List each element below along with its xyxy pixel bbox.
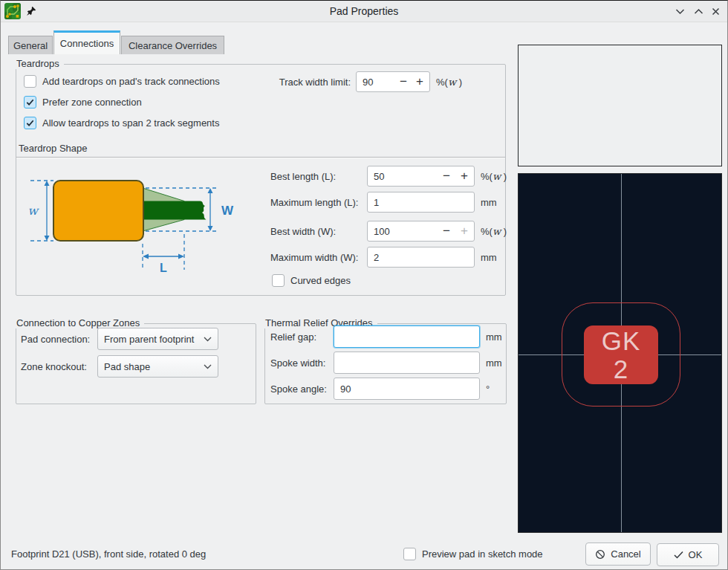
spoke-angle-value: 90 bbox=[340, 378, 351, 399]
tab-general-label: General bbox=[13, 40, 48, 51]
sketch-mode-label: Preview pad in sketch mode bbox=[422, 548, 543, 560]
best-length-unit: %(w ) bbox=[481, 171, 507, 182]
spoke-angle-label: Spoke angle: bbox=[270, 383, 327, 395]
zone-knockout-dropdown[interactable]: Pad shape bbox=[97, 355, 218, 378]
tab-clearance-overrides-label: Clearance Overrides bbox=[129, 40, 217, 51]
add-teardrops-label: Add teardrops on pad's track connections bbox=[42, 76, 220, 87]
shade-window-icon[interactable] bbox=[675, 9, 685, 15]
track-width-decrement-button[interactable]: − bbox=[395, 72, 412, 91]
cancel-button[interactable]: Cancel bbox=[585, 543, 651, 566]
tab-general[interactable]: General bbox=[8, 36, 53, 54]
teardrops-group-label: Teardrops bbox=[15, 58, 64, 69]
relief-gap-input[interactable] bbox=[334, 326, 480, 348]
diagram-W-label: W bbox=[221, 204, 234, 218]
track-width-limit-spinner[interactable]: 90 − + bbox=[356, 71, 430, 92]
spoke-width-label: Spoke width: bbox=[270, 357, 325, 369]
chevron-down-icon bbox=[204, 337, 212, 342]
pad-connection-value: From parent footprint bbox=[104, 334, 194, 345]
teardrop-shape-separator bbox=[16, 157, 505, 158]
zone-knockout-label: Zone knockout: bbox=[21, 361, 87, 372]
track-width-increment-button[interactable]: + bbox=[412, 72, 428, 91]
max-length-value: 1 bbox=[374, 192, 379, 212]
maximize-window-icon[interactable] bbox=[694, 8, 703, 14]
pad-layer-preview bbox=[518, 45, 722, 166]
diagram-w-label: w bbox=[27, 204, 39, 218]
max-width-label: Maximum width (W): bbox=[270, 252, 358, 263]
max-width-input[interactable]: 2 bbox=[367, 247, 475, 268]
max-width-value: 2 bbox=[374, 247, 379, 267]
max-length-label: Maximum length (L): bbox=[270, 197, 358, 208]
window-title: Pad Properties bbox=[1, 5, 727, 17]
curved-edges-label: Curved edges bbox=[290, 275, 351, 286]
best-length-spinner[interactable]: 50 − + bbox=[367, 166, 475, 187]
best-width-spinner[interactable]: 100 − + bbox=[367, 221, 475, 242]
allow-span-checkbox[interactable] bbox=[24, 117, 36, 129]
ok-button[interactable]: OK bbox=[657, 543, 719, 566]
prefer-zone-label: Prefer zone connection bbox=[42, 97, 142, 108]
pad-board-preview: GK 2 bbox=[518, 173, 722, 533]
teardrop-diagram: w W L bbox=[19, 161, 253, 288]
tab-clearance-overrides[interactable]: Clearance Overrides bbox=[121, 36, 224, 54]
curved-edges-row: Curved edges bbox=[272, 273, 351, 287]
copper-zones-group-label: Connection to Copper Zones bbox=[15, 317, 144, 328]
chevron-down-icon bbox=[204, 364, 212, 369]
diagram-pad bbox=[53, 181, 143, 241]
best-length-value: 50 bbox=[374, 166, 384, 186]
add-teardrops-checkbox[interactable] bbox=[24, 75, 36, 88]
cancel-icon bbox=[595, 549, 605, 560]
allow-span-row: Allow teardrops to span 2 track segments bbox=[24, 116, 219, 129]
sketch-mode-row: Preview pad in sketch mode bbox=[403, 547, 543, 560]
curved-edges-checkbox[interactable] bbox=[272, 274, 285, 287]
pad-net-label: GK bbox=[602, 327, 641, 355]
prefer-zone-row: Prefer zone connection bbox=[24, 95, 142, 109]
zone-knockout-value: Pad shape bbox=[104, 361, 150, 372]
diagram-track bbox=[143, 201, 207, 220]
close-window-icon[interactable] bbox=[712, 7, 720, 16]
spoke-angle-input[interactable]: 90 bbox=[334, 378, 480, 400]
spoke-width-input[interactable] bbox=[334, 352, 480, 374]
pad-number-label: 2 bbox=[614, 355, 628, 383]
best-width-label: Best width (W): bbox=[270, 226, 336, 237]
track-width-unit: %(w ) bbox=[436, 77, 462, 88]
teardrop-shape-label: Teardrop Shape bbox=[19, 143, 88, 154]
best-width-unit: %(w ) bbox=[481, 226, 507, 237]
pad-properties-dialog: Pad Properties General Connections Clear… bbox=[0, 0, 728, 570]
title-bar: Pad Properties bbox=[1, 1, 727, 22]
best-length-label: Best length (L): bbox=[270, 171, 336, 182]
tab-connections[interactable]: Connections bbox=[53, 30, 120, 54]
pad-connection-label: Pad connection: bbox=[21, 334, 90, 345]
prefer-zone-checkbox[interactable] bbox=[24, 96, 36, 109]
add-teardrops-row: Add teardrops on pad's track connections bbox=[24, 74, 220, 88]
max-length-input[interactable]: 1 bbox=[367, 192, 475, 213]
best-width-value: 100 bbox=[374, 221, 390, 241]
checkmark-icon bbox=[25, 118, 35, 128]
max-length-unit: mm bbox=[481, 197, 497, 208]
diagram-L-label: L bbox=[160, 262, 167, 274]
spoke-angle-unit: ° bbox=[486, 383, 490, 395]
relief-gap-unit: mm bbox=[486, 331, 502, 343]
spoke-width-unit: mm bbox=[486, 357, 502, 369]
pad-connection-dropdown[interactable]: From parent footprint bbox=[97, 328, 218, 350]
allow-span-label: Allow teardrops to span 2 track segments bbox=[42, 117, 219, 129]
ok-check-icon bbox=[674, 551, 683, 559]
best-width-decrement-button[interactable]: − bbox=[438, 221, 455, 241]
pad-shape-preview: GK 2 bbox=[584, 326, 658, 384]
relief-gap-label: Relief gap: bbox=[270, 331, 316, 343]
best-width-increment-button[interactable]: + bbox=[456, 221, 472, 241]
sketch-mode-checkbox[interactable] bbox=[403, 548, 416, 560]
cancel-label: Cancel bbox=[611, 548, 640, 560]
ok-label: OK bbox=[689, 549, 703, 560]
max-width-unit: mm bbox=[481, 252, 497, 263]
track-width-limit-value: 90 bbox=[363, 72, 373, 91]
checkmark-icon bbox=[25, 97, 35, 107]
best-length-decrement-button[interactable]: − bbox=[438, 166, 455, 186]
track-width-limit-label: Track width limit: bbox=[246, 77, 351, 88]
tab-connections-label: Connections bbox=[60, 38, 114, 49]
footprint-status-text: Footprint D21 (USB), front side, rotated… bbox=[11, 548, 206, 560]
best-length-increment-button[interactable]: + bbox=[456, 166, 472, 186]
